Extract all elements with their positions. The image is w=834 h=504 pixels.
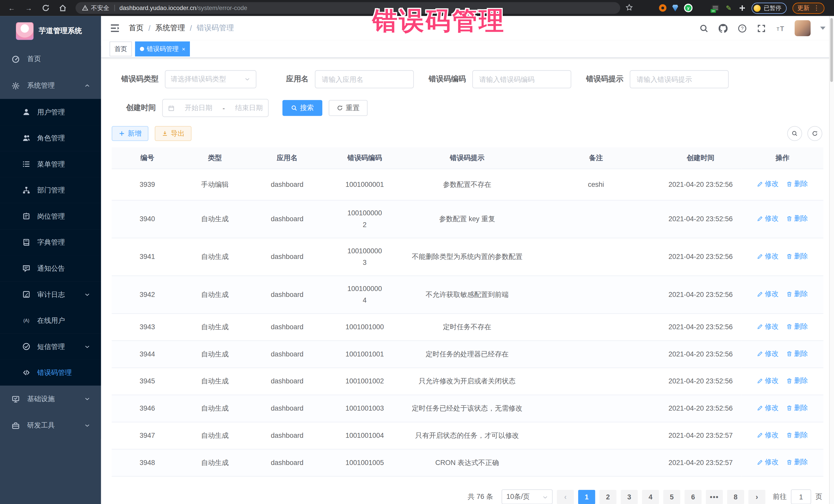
- next-page-button[interactable]: ›: [748, 490, 765, 504]
- sidebar-item[interactable]: 用户管理: [0, 99, 101, 125]
- fullscreen-icon[interactable]: [756, 24, 766, 33]
- delete-link[interactable]: 删除: [786, 213, 808, 224]
- tag-home[interactable]: 首页: [110, 42, 132, 57]
- app-logo[interactable]: 芋道管理系统: [0, 16, 101, 46]
- error-hint-input[interactable]: [636, 75, 723, 84]
- edit-link[interactable]: 修改: [757, 402, 779, 414]
- delete-link[interactable]: 删除: [786, 429, 808, 441]
- window-scrollbar[interactable]: [829, 16, 834, 504]
- page-size-select[interactable]: 10条/页: [502, 489, 553, 504]
- browser-home-icon[interactable]: [59, 4, 67, 12]
- edit-link[interactable]: 修改: [757, 178, 779, 190]
- delete-link[interactable]: 删除: [786, 321, 808, 333]
- sidebar-item[interactable]: 菜单管理: [0, 151, 101, 177]
- app-name-input[interactable]: [321, 75, 408, 84]
- paused-profile-badge[interactable]: 已暂停: [752, 2, 787, 14]
- delete-link[interactable]: 删除: [786, 456, 808, 468]
- cell-id: 3941: [112, 238, 183, 276]
- extension-onlist-icon[interactable]: on: [711, 5, 719, 11]
- delete-link[interactable]: 删除: [786, 402, 808, 414]
- page-button[interactable]: 1: [578, 490, 595, 504]
- search-button[interactable]: 搜索: [283, 100, 322, 116]
- edit-link[interactable]: 修改: [757, 213, 779, 224]
- extension-grid-icon[interactable]: [698, 4, 706, 12]
- edit-link[interactable]: 修改: [757, 348, 779, 360]
- refresh-table-button[interactable]: [807, 126, 822, 141]
- update-button[interactable]: 更新 ⋮: [792, 2, 824, 14]
- extension-y-icon[interactable]: y: [684, 4, 692, 12]
- edit-link[interactable]: 修改: [757, 321, 779, 333]
- user-avatar[interactable]: [795, 20, 811, 36]
- sidebar-item[interactable]: 通知公告: [0, 255, 101, 282]
- delete-link[interactable]: 删除: [786, 348, 808, 360]
- browser-forward-icon[interactable]: →: [24, 4, 33, 12]
- sidebar-item[interactable]: 错误码管理: [0, 359, 101, 386]
- add-button[interactable]: 新增: [112, 126, 148, 141]
- breadcrumb-home[interactable]: 首页: [129, 24, 144, 33]
- page-button[interactable]: 3: [621, 490, 638, 504]
- reset-button[interactable]: 重置: [329, 100, 368, 116]
- delete-link[interactable]: 删除: [786, 375, 808, 387]
- page-button[interactable]: 2: [599, 490, 616, 504]
- page-button[interactable]: 4: [642, 490, 659, 504]
- collapse-sidebar-icon[interactable]: [110, 23, 120, 34]
- breadcrumb-system[interactable]: 系统管理: [155, 24, 185, 33]
- delete-link[interactable]: 删除: [786, 250, 808, 262]
- extension-drop-icon[interactable]: [672, 5, 678, 12]
- page-button[interactable]: 6: [685, 490, 702, 504]
- cell-actions: 修改删除: [742, 200, 824, 238]
- users-icon: [22, 134, 30, 142]
- edit-link[interactable]: 修改: [757, 375, 779, 387]
- close-tag-icon[interactable]: ×: [182, 46, 185, 52]
- delete-link[interactable]: 删除: [786, 288, 808, 300]
- goto-page-input[interactable]: [791, 489, 811, 504]
- sidebar-item[interactable]: 角色管理: [0, 125, 101, 151]
- sidebar-item[interactable]: (A)在线用户: [0, 307, 101, 334]
- sidebar-item[interactable]: 审计日志: [0, 281, 101, 307]
- search-icon[interactable]: [699, 24, 708, 33]
- sidebar-item[interactable]: 岗位管理: [0, 203, 101, 229]
- sidebar-item[interactable]: 研发工具: [0, 412, 101, 439]
- date-range-picker[interactable]: 开始日期 - 结束日期: [162, 99, 269, 117]
- avatar-caret-icon[interactable]: [820, 27, 826, 30]
- page-button[interactable]: 8: [727, 490, 744, 504]
- edit-link[interactable]: 修改: [757, 456, 779, 468]
- export-button[interactable]: 导出: [155, 126, 192, 141]
- sidebar-item[interactable]: 基础设施: [0, 386, 101, 412]
- cell-code: 1001001004: [327, 422, 402, 450]
- cell-message: 只允许修改为开启或者关闭状态: [402, 368, 532, 395]
- error-type-select[interactable]: 请选择错误码类型: [165, 70, 257, 88]
- extension-pen-icon[interactable]: ✎: [725, 4, 732, 12]
- prev-page-button[interactable]: ‹: [557, 490, 574, 504]
- pager-ellipsis[interactable]: •••: [706, 490, 723, 504]
- toggle-search-button[interactable]: [787, 126, 802, 141]
- help-icon[interactable]: ?: [737, 24, 747, 33]
- font-size-icon[interactable]: TT: [775, 24, 785, 33]
- table-row: 3946自动生成dashboard1001001003定时任务已经处于该状态，无…: [112, 395, 823, 422]
- page-button[interactable]: 5: [663, 490, 680, 504]
- edit-link[interactable]: 修改: [757, 288, 779, 300]
- edit-link[interactable]: 修改: [757, 250, 779, 262]
- sidebar-item[interactable]: 首页: [0, 46, 101, 72]
- sidebar-item[interactable]: 字典管理: [0, 229, 101, 255]
- bookmark-star-icon[interactable]: [626, 3, 633, 12]
- browser-menu-icon[interactable]: ⋮: [813, 4, 820, 12]
- extensions-puzzle-icon[interactable]: [738, 4, 746, 12]
- delete-link[interactable]: 删除: [786, 178, 808, 190]
- cell-id: 3945: [112, 368, 183, 395]
- github-icon[interactable]: [718, 24, 727, 33]
- security-warning-icon[interactable]: 不安全: [82, 4, 109, 12]
- error-code-input[interactable]: [478, 75, 565, 84]
- extension-ubuntu-icon[interactable]: [659, 4, 666, 12]
- edit-link[interactable]: 修改: [757, 429, 779, 441]
- sidebar-item[interactable]: 系统管理: [0, 72, 101, 99]
- calendar-icon: [168, 105, 175, 111]
- tag-error-code[interactable]: 错误码管理 ×: [135, 42, 190, 57]
- sidebar-item[interactable]: 部门管理: [0, 177, 101, 203]
- scrollbar-thumb[interactable]: [830, 18, 833, 82]
- browser-reload-icon[interactable]: [42, 4, 50, 12]
- sidebar-item[interactable]: 短信管理: [0, 334, 101, 360]
- address-bar[interactable]: 不安全 dashboard.yudao.iocoder.cn/system/er…: [75, 2, 620, 14]
- cell-type: 手动编辑: [183, 169, 247, 200]
- browser-back-icon[interactable]: ←: [7, 4, 16, 12]
